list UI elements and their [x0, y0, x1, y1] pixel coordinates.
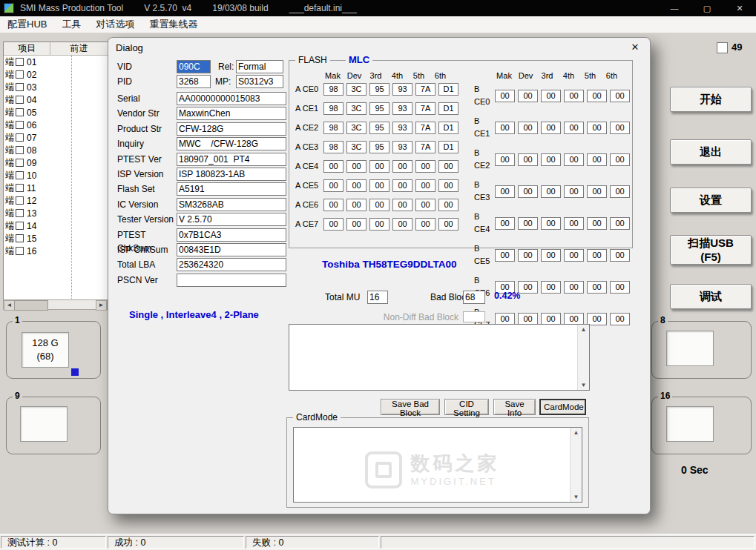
port-checkbox-icon[interactable] — [16, 146, 24, 154]
save-bad-block-button[interactable]: Save Bad Block — [381, 399, 440, 415]
scroll-left-icon[interactable]: ◄ — [4, 300, 15, 311]
debug-button[interactable]: 调试 — [670, 284, 752, 309]
field-input[interactable] — [177, 182, 286, 196]
port-checkbox-icon[interactable] — [16, 184, 24, 192]
port-capacity-box — [666, 406, 714, 442]
scroll-up-icon[interactable]: ▲ — [578, 326, 589, 333]
textarea-scrollbar[interactable]: ▲ ▼ — [577, 325, 589, 390]
port-checkbox-icon[interactable] — [16, 159, 24, 167]
port-list-row[interactable]: 端04 — [4, 93, 108, 106]
port-list-hscrollbar[interactable]: ◄ ► — [3, 299, 108, 310]
port-checkbox-icon[interactable] — [16, 247, 24, 255]
port-list-row[interactable]: 端08 — [4, 144, 108, 156]
port-checkbox-icon[interactable] — [16, 70, 24, 79]
vid-input[interactable] — [177, 60, 211, 73]
scroll-right-icon[interactable]: ► — [96, 300, 107, 311]
port-checkbox-icon[interactable] — [16, 121, 24, 129]
port-panel-16[interactable]: 16 — [651, 397, 752, 454]
menu-tools[interactable]: 工具 — [54, 16, 88, 33]
port-list-row[interactable]: 端06 — [4, 119, 108, 131]
flash-value-cell: 3C — [346, 141, 367, 153]
textarea-scrollbar[interactable]: ▲ ▼ — [570, 428, 582, 502]
port-list-row[interactable]: 端14 — [4, 219, 108, 232]
field-input[interactable] — [177, 137, 286, 150]
port-checkbox-icon[interactable] — [16, 234, 24, 242]
start-button[interactable]: 开始 — [670, 87, 752, 112]
status-test-count: 测试计算 : 0 — [1, 536, 106, 549]
port-list-row[interactable]: 端11 — [4, 182, 108, 194]
port-checkbox-icon[interactable] — [16, 222, 24, 230]
counter-box-icon — [717, 42, 728, 53]
field-input[interactable] — [177, 168, 286, 181]
flash-value-cell: 00 — [564, 281, 584, 294]
port-list-row[interactable]: 端15 — [4, 232, 108, 245]
flash-row-label: A CE0 — [295, 83, 323, 96]
menu-configure-hub[interactable]: 配置HUB — [0, 16, 54, 33]
non-diff-input[interactable] — [463, 311, 485, 322]
port-checkbox-icon[interactable] — [16, 83, 24, 91]
cardmode-textarea[interactable]: 数码之家 MYDIGIT.NET ▲ ▼ — [293, 427, 582, 503]
port-checkbox-icon[interactable] — [16, 96, 24, 104]
port-panel-1[interactable]: 1 128 G (68) — [6, 321, 101, 379]
port-checkbox-icon[interactable] — [16, 209, 24, 217]
column-header-progress[interactable]: 前进 — [50, 42, 108, 56]
field-input[interactable] — [177, 92, 286, 105]
port-list-row[interactable]: 端01 — [4, 56, 108, 68]
scroll-thumb[interactable] — [14, 300, 48, 311]
port-list-row[interactable]: 端10 — [4, 169, 108, 182]
port-panel-8[interactable]: 8 — [651, 321, 752, 379]
flash-value-cell: 95 — [369, 122, 389, 134]
save-info-button[interactable]: Save Info — [493, 399, 536, 415]
scroll-down-icon[interactable]: ▼ — [571, 494, 582, 500]
port-list-row[interactable]: 端02 — [4, 68, 108, 81]
flash-value-cell: 3C — [346, 83, 367, 96]
flash-value-cell: 00 — [323, 199, 344, 211]
field-input[interactable] — [177, 243, 286, 256]
cid-setting-button[interactable]: CID Setting — [444, 399, 489, 415]
port-list-row[interactable]: 端13 — [4, 207, 108, 219]
column-header-project[interactable]: 项目 — [4, 42, 50, 56]
port-list-row[interactable]: 端09 — [4, 156, 108, 169]
menu-dialog-options[interactable]: 对话选项 — [88, 16, 142, 33]
scroll-down-icon[interactable]: ▼ — [578, 382, 589, 388]
port-checkbox-icon[interactable] — [16, 171, 24, 179]
port-checkbox-icon[interactable] — [16, 196, 24, 205]
port-row-number: 11 — [27, 183, 36, 193]
scan-usb-button[interactable]: 扫描USB (F5) — [670, 235, 752, 265]
field-input[interactable] — [177, 198, 286, 211]
menu-reset-hub[interactable]: 重置集线器 — [142, 16, 205, 33]
field-input[interactable] — [177, 228, 286, 242]
port-panel-number: 9 — [13, 391, 22, 401]
port-list-row[interactable]: 端07 — [4, 131, 108, 144]
close-icon[interactable]: ✕ — [723, 0, 756, 16]
maximize-icon[interactable]: ▢ — [691, 0, 723, 16]
cardmode-button[interactable]: CardMode — [539, 399, 586, 415]
port-checkbox-icon[interactable] — [16, 108, 24, 116]
field-input[interactable] — [177, 107, 286, 120]
port-checkbox-icon[interactable] — [16, 133, 24, 142]
field-input[interactable] — [177, 274, 286, 287]
port-checkbox-icon[interactable] — [16, 58, 24, 66]
port-list-row[interactable]: 端12 — [4, 194, 108, 207]
mp-input[interactable] — [236, 75, 283, 88]
dialog-close-icon[interactable]: ✕ — [626, 41, 644, 54]
minimize-icon[interactable]: — — [658, 0, 691, 16]
field-input[interactable] — [177, 153, 286, 166]
port-list-row[interactable]: 端16 — [4, 245, 108, 257]
field-input[interactable] — [177, 213, 286, 226]
rel-input[interactable] — [236, 60, 283, 73]
port-list-row[interactable]: 端03 — [4, 81, 108, 93]
settings-button[interactable]: 设置 — [670, 188, 752, 213]
pid-input[interactable] — [177, 75, 211, 88]
port-panel-number: 1 — [13, 315, 22, 325]
port-row-number: 10 — [27, 170, 36, 181]
field-input[interactable] — [177, 258, 286, 271]
exit-button[interactable]: 退出 — [670, 139, 752, 165]
port-list-row[interactable]: 端05 — [4, 106, 108, 119]
total-mu-input[interactable] — [367, 291, 388, 304]
bad-block-textarea[interactable]: ▲ ▼ — [289, 324, 590, 391]
port-panel-9[interactable]: 9 — [6, 397, 101, 454]
scroll-up-icon[interactable]: ▲ — [571, 429, 582, 436]
field-input[interactable] — [177, 122, 286, 136]
bad-block-input[interactable] — [463, 291, 485, 304]
